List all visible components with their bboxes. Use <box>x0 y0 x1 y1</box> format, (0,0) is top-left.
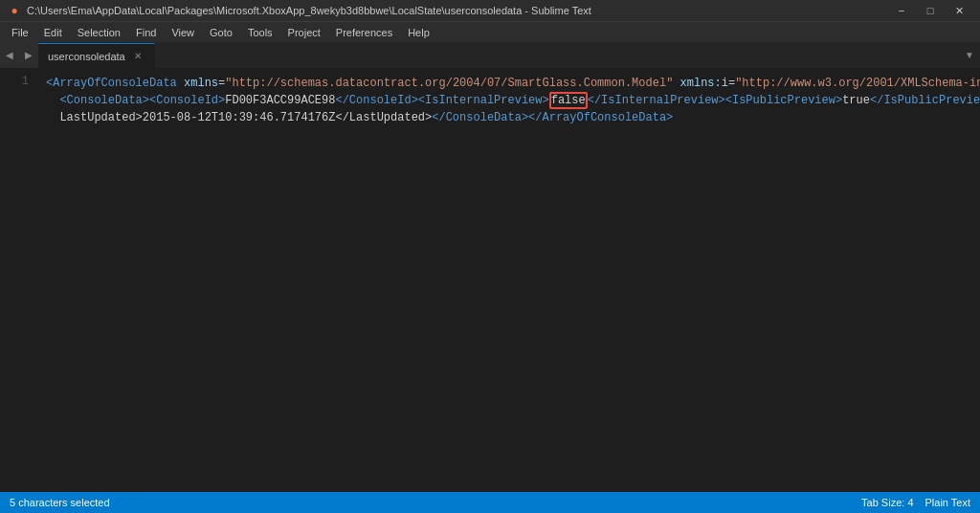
menu-goto[interactable]: Goto <box>202 22 240 42</box>
line-number-1: 1 <box>0 75 29 88</box>
selection-status: 5 characters selected <box>10 497 110 508</box>
title-text: C:\Users\Ema\AppData\Local\Packages\Micr… <box>27 5 591 16</box>
tab-bar: ◀ ▶ userconsoledata ✕ ▼ <box>0 42 980 69</box>
syntax-status[interactable]: Plain Text <box>925 497 971 508</box>
maximize-button[interactable]: □ <box>917 2 944 19</box>
close-button[interactable]: ✕ <box>946 2 972 19</box>
menu-tools[interactable]: Tools <box>240 22 280 42</box>
highlighted-false-text: false <box>549 92 588 109</box>
menu-project[interactable]: Project <box>280 22 328 42</box>
menu-find[interactable]: Find <box>128 22 164 42</box>
status-left: 5 characters selected <box>10 497 110 508</box>
tab-dropdown-button[interactable]: ▼ <box>959 42 980 68</box>
status-right: Tab Size: 4 Plain Text <box>861 497 970 508</box>
menu-bar: File Edit Selection Find View Goto Tools… <box>0 21 980 42</box>
tab-spacer <box>155 42 959 68</box>
tab-userconsoledata[interactable]: userconsoledata ✕ <box>38 43 155 68</box>
menu-edit[interactable]: Edit <box>36 22 70 42</box>
app-icon: ● <box>8 4 21 17</box>
menu-file[interactable]: File <box>4 22 36 42</box>
title-bar: ● C:\Users\Ema\AppData\Local\Packages\Mi… <box>0 0 980 21</box>
line-numbers: 1 <box>0 69 38 492</box>
status-bar: 5 characters selected Tab Size: 4 Plain … <box>0 492 980 513</box>
title-bar-controls: − □ ✕ <box>888 2 972 19</box>
minimize-button[interactable]: − <box>888 2 915 19</box>
tab-nav-left-button[interactable]: ◀ <box>0 42 19 68</box>
editor: 1 <ArrayOfConsoleData xmlns="http://sche… <box>0 69 980 492</box>
tab-size-status[interactable]: Tab Size: 4 <box>861 497 913 508</box>
menu-preferences[interactable]: Preferences <box>328 22 400 42</box>
code-area[interactable]: <ArrayOfConsoleData xmlns="http://schema… <box>38 69 980 492</box>
menu-help[interactable]: Help <box>400 22 437 42</box>
tab-close-button[interactable]: ✕ <box>131 50 145 63</box>
tab-label: userconsoledata <box>48 51 125 62</box>
title-bar-left: ● C:\Users\Ema\AppData\Local\Packages\Mi… <box>8 4 591 17</box>
menu-view[interactable]: View <box>164 22 202 42</box>
menu-selection[interactable]: Selection <box>70 22 128 42</box>
tab-nav-right-button[interactable]: ▶ <box>19 42 38 68</box>
